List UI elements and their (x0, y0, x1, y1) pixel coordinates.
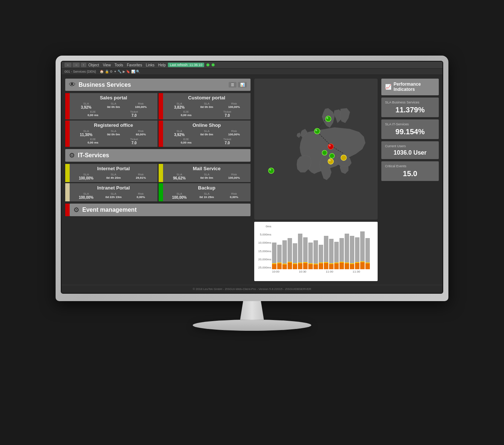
online-shop-card[interactable]: Online Shop SLA 3,92% SLA 0d 0h 0m (159, 121, 251, 147)
map-dot-6-vis[interactable] (328, 159, 334, 164)
menu-tools[interactable]: Tools (115, 63, 123, 67)
intranet-portal-card[interactable]: Intranet Portal SLA 100,00% SLA 0d 22h 1… (65, 183, 158, 201)
chart-view-button[interactable]: 📊 (238, 82, 247, 88)
customer-portal-name: Customer portal (166, 95, 248, 100)
chart-x-label (316, 270, 321, 273)
map-dot-1-shine (326, 117, 328, 119)
internet-portal-name: Internet Portal (73, 166, 155, 171)
mail-service-status (159, 164, 163, 182)
monitor-outer: ← → ↑ Object View Tools Favorites Links … (48, 56, 456, 389)
chart-x-label (348, 270, 352, 273)
customer-portal-card[interactable]: Customer portal SLA 3,82% SLA 0d 0h 0m (159, 93, 251, 119)
map-dot-3-vis[interactable] (328, 144, 334, 149)
section-icons: ☰ 📊 (229, 82, 247, 88)
chart-bar (272, 225, 276, 269)
kpi-current-users-label: Current Users (385, 144, 435, 148)
sales-portal-inner: Sales portal SLA 3,92% SLA 0d 0h 0m (70, 93, 158, 119)
sales-sla1: SLA 3,92% (73, 102, 100, 109)
kpi-critical-events-value: 15.0 (385, 169, 435, 178)
chart-bar (277, 225, 282, 269)
map-dot-2-vis[interactable] (314, 128, 320, 134)
europe-map-svg (254, 79, 378, 220)
monitor-bezel: ← → ↑ Object View Tools Favorites Links … (56, 56, 448, 301)
chart-x-label (311, 270, 316, 273)
chart-bars (257, 225, 375, 269)
registered-office-status (65, 121, 70, 147)
chart-bar (288, 225, 292, 269)
backup-inner: Backup SLA 100,00% SLA 0d 1h 29m (163, 183, 251, 201)
map-dot-7-vis[interactable] (341, 155, 346, 161)
chart-container: 25,000ms 20,000ms 15,000ms 10,000ms 5,00… (254, 222, 378, 281)
map-dot-8-vis[interactable] (268, 168, 274, 174)
sales-e2e: E2E 0,00 ms (73, 110, 113, 118)
chart-bar (329, 225, 334, 269)
menu-object[interactable]: Object (89, 63, 99, 67)
sales-portal-status (65, 93, 70, 119)
map-dot-4-vis[interactable] (322, 150, 327, 155)
kpi-sla-business-label: SLA Business Services (385, 100, 435, 104)
intranet-portal-status (65, 183, 70, 201)
mail-service-card[interactable]: Mail Service SLA 96,62% SLA 0d 0h 0m (159, 164, 251, 182)
backup-card[interactable]: Backup SLA 100,00% SLA 0d 1h 29m (159, 183, 251, 201)
backup-status (159, 183, 163, 201)
kpi-current-users-value: 1036.0 User (385, 149, 435, 156)
kpi-sla-business[interactable]: SLA Business Services 11.379% (381, 98, 439, 117)
chart-bar (308, 225, 313, 269)
sales-portal-row2: E2E 0,00 ms Ticket 7.0 (73, 110, 155, 118)
monitor-screen: ← → ↑ Object View Tools Favorites Links … (61, 61, 443, 294)
sales-ticket: Ticket 7.0 (114, 110, 155, 118)
map-dot-1-vis[interactable] (325, 116, 331, 122)
backup-name: Backup (166, 185, 248, 191)
chart-x-label (284, 270, 289, 273)
status-dot-2 (212, 63, 215, 66)
nav-forward-button[interactable]: → (73, 63, 80, 67)
footer: © 2018 LeuTek GmbH - ZISGUI-Web-Client-P… (62, 285, 442, 293)
chart-x-label (365, 270, 370, 273)
kpi-critical-events[interactable]: Critical Events 15.0 (381, 161, 439, 181)
event-gear-icon: ⚙ (73, 206, 79, 214)
it-services-header: ⚙ IT-Services (65, 149, 251, 162)
kpi-sla-it-label: SLA IT-Services (385, 122, 435, 126)
kpi-current-users[interactable]: Current Users 1036.0 User (381, 141, 439, 159)
map-dot-6-shine (329, 159, 331, 161)
it-services-title: IT-Services (78, 152, 247, 159)
chart-bar (314, 225, 318, 269)
list-view-button[interactable]: ☰ (229, 82, 236, 88)
kpi-sla-it-value: 99.154% (385, 128, 435, 136)
address-text: 001 - Services (DEN) (64, 70, 96, 73)
online-shop-inner: Online Shop SLA 3,92% SLA 0d 0h 0m (163, 121, 251, 147)
registered-office-name: Registered office (73, 122, 155, 128)
map-dot-5-vis[interactable] (329, 154, 334, 158)
business-services-grid: Sales portal SLA 3,92% SLA 0d 0h 0m (65, 93, 251, 147)
menu-help[interactable]: Help (158, 63, 166, 67)
menu-links[interactable]: Links (146, 63, 154, 67)
map-dot-8-shine (269, 169, 271, 171)
chart-x-label (338, 270, 343, 273)
event-management-section: ⚙ Event management (65, 204, 251, 216)
mail-service-name: Mail Service (166, 166, 248, 171)
refresh-badge: Last refresh: 11:36:10 (168, 63, 204, 67)
map-dot-3-shine (329, 145, 331, 146)
nav-up-button[interactable]: ↑ (81, 63, 86, 67)
intranet-portal-inner: Intranet Portal SLA 100,00% SLA 0d 22h 1… (70, 183, 158, 201)
menu-favorites[interactable]: Favorites (127, 63, 142, 67)
internet-portal-inner: Internet Portal SLA 100,00% SLA 0d 4h 20… (70, 164, 158, 182)
chart-bar (355, 225, 359, 269)
chart-bar (303, 225, 308, 269)
sales-portal-card[interactable]: Sales portal SLA 3,92% SLA 0d 0h 0m (65, 93, 158, 119)
chart-x-label: 10:30 (299, 270, 306, 273)
event-management-header: ⚙ Event management (70, 204, 251, 216)
business-services-header: 👁 Business Services ☰ 📊 (65, 79, 251, 91)
menu-view[interactable]: View (103, 63, 111, 67)
customer-portal-inner: Customer portal SLA 3,82% SLA 0d 0h 0m (163, 93, 251, 119)
registered-office-card[interactable]: Registered office SLA 11,30% SLA 0d 0h 0… (65, 121, 158, 147)
kpi-sla-it[interactable]: SLA IT-Services 99.154% (381, 119, 439, 139)
event-status-bar (65, 204, 70, 216)
chart-bar (365, 225, 370, 269)
chart-bar (360, 225, 365, 269)
middle-panel: 25,000ms 20,000ms 15,000ms 10,000ms 5,00… (254, 79, 378, 281)
internet-portal-card[interactable]: Internet Portal SLA 100,00% SLA 0d 4h 20… (65, 164, 158, 182)
nav-back-button[interactable]: ← (64, 63, 72, 67)
chart-bar (282, 225, 287, 269)
chart-x-label (343, 270, 348, 273)
